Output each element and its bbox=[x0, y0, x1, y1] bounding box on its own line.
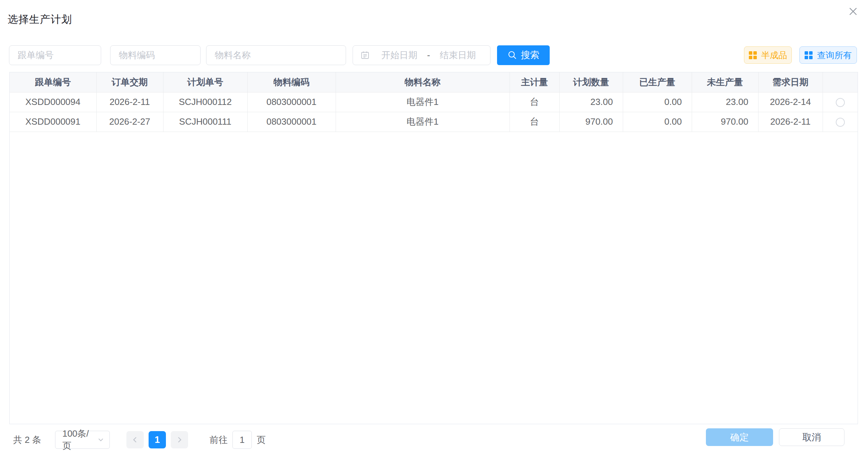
row-radio-button[interactable] bbox=[836, 118, 845, 127]
prev-page-button[interactable] bbox=[126, 431, 144, 448]
col-header-order-no: 跟单编号 bbox=[10, 72, 96, 92]
col-header-unit: 主计量 bbox=[510, 72, 559, 92]
search-button-label: 搜索 bbox=[521, 49, 540, 61]
col-header-plan-no: 计划单号 bbox=[163, 72, 247, 92]
cell-material-code: 0803000001 bbox=[247, 112, 336, 132]
chevron-left-icon bbox=[131, 436, 139, 444]
cell-unit: 台 bbox=[510, 112, 559, 132]
col-header-produced-qty: 已生产量 bbox=[623, 72, 692, 92]
cell-plan-no: SCJH000111 bbox=[163, 112, 247, 132]
calendar-icon bbox=[361, 51, 370, 60]
cell-demand-date: 2026-2-14 bbox=[758, 92, 823, 112]
col-header-material-name: 物料名称 bbox=[336, 72, 510, 92]
table-row[interactable]: XSDD000091 2026-2-27 SCJH000111 08030000… bbox=[10, 112, 858, 132]
query-all-label: 查询所有 bbox=[817, 50, 852, 61]
cell-demand-date: 2026-2-11 bbox=[758, 112, 823, 132]
goto-page-input[interactable] bbox=[232, 431, 252, 449]
cell-order-no: XSDD000094 bbox=[10, 92, 96, 112]
cell-material-name: 电器件1 bbox=[336, 112, 510, 132]
page-unit-label: 页 bbox=[257, 434, 266, 446]
query-all-button[interactable]: 查询所有 bbox=[799, 46, 857, 64]
date-start-placeholder: 开始日期 bbox=[381, 49, 417, 61]
cell-unit: 台 bbox=[510, 92, 559, 112]
production-plan-table: 跟单编号 订单交期 计划单号 物料编码 物料名称 主计量 计划数量 已生产量 未… bbox=[9, 72, 858, 424]
filter-bar: 开始日期 - 结束日期 搜索 半成品 查询所有 bbox=[9, 45, 857, 65]
cell-produced-qty: 0.00 bbox=[623, 92, 692, 112]
col-header-unproduced-qty: 未生产量 bbox=[692, 72, 758, 92]
cell-unproduced-qty: 970.00 bbox=[692, 112, 758, 132]
category-grid-icon bbox=[805, 51, 813, 59]
cell-produced-qty: 0.00 bbox=[623, 112, 692, 132]
cell-planned-qty: 970.00 bbox=[559, 112, 623, 132]
col-header-select bbox=[823, 72, 858, 92]
material-name-input[interactable] bbox=[206, 45, 346, 65]
date-range-picker[interactable]: 开始日期 - 结束日期 bbox=[353, 45, 490, 65]
col-header-demand-date: 需求日期 bbox=[758, 72, 823, 92]
cell-unproduced-qty: 23.00 bbox=[692, 92, 758, 112]
page-size-select[interactable]: 100条/页 bbox=[55, 431, 110, 449]
next-page-button[interactable] bbox=[171, 431, 188, 448]
col-header-order-delivery: 订单交期 bbox=[96, 72, 163, 92]
page-size-value: 100条/页 bbox=[62, 428, 97, 452]
cell-select bbox=[823, 112, 858, 132]
cell-order-no: XSDD000091 bbox=[10, 112, 96, 132]
confirm-button[interactable]: 确定 bbox=[706, 428, 773, 446]
row-radio-button[interactable] bbox=[836, 98, 845, 107]
semi-finished-label: 半成品 bbox=[761, 50, 787, 61]
chevron-right-icon bbox=[175, 436, 184, 444]
date-separator: - bbox=[427, 50, 430, 61]
cell-order-delivery: 2026-2-11 bbox=[96, 92, 163, 112]
goto-label: 前往 bbox=[210, 434, 228, 446]
material-code-input[interactable] bbox=[110, 45, 201, 65]
category-grid-icon bbox=[749, 51, 757, 59]
table-row[interactable]: XSDD000094 2026-2-11 SCJH000112 08030000… bbox=[10, 92, 858, 112]
current-page-button[interactable]: 1 bbox=[149, 431, 166, 448]
search-icon bbox=[507, 50, 517, 60]
cell-order-delivery: 2026-2-27 bbox=[96, 112, 163, 132]
cell-material-code: 0803000001 bbox=[247, 92, 336, 112]
cancel-button[interactable]: 取消 bbox=[779, 428, 844, 446]
col-header-material-code: 物料编码 bbox=[247, 72, 336, 92]
close-button[interactable] bbox=[845, 3, 861, 19]
semi-finished-button[interactable]: 半成品 bbox=[744, 46, 792, 64]
page-title: 选择生产计划 bbox=[8, 12, 72, 27]
close-icon bbox=[848, 6, 858, 17]
order-no-input[interactable] bbox=[9, 45, 101, 65]
chevron-down-icon bbox=[97, 436, 105, 444]
cell-material-name: 电器件1 bbox=[336, 92, 510, 112]
cell-plan-no: SCJH000112 bbox=[163, 92, 247, 112]
cell-planned-qty: 23.00 bbox=[559, 92, 623, 112]
cell-select bbox=[823, 92, 858, 112]
pagination: 共 2 条 100条/页 1 前往 页 bbox=[13, 431, 266, 449]
col-header-planned-qty: 计划数量 bbox=[559, 72, 623, 92]
total-count-label: 共 2 条 bbox=[13, 434, 41, 446]
search-button[interactable]: 搜索 bbox=[497, 45, 550, 65]
date-end-placeholder: 结束日期 bbox=[440, 49, 476, 61]
table-header-row: 跟单编号 订单交期 计划单号 物料编码 物料名称 主计量 计划数量 已生产量 未… bbox=[10, 72, 858, 92]
